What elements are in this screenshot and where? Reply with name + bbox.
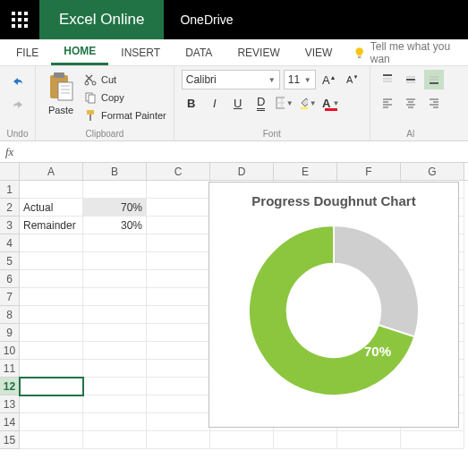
cell[interactable] (83, 234, 147, 252)
cell[interactable] (147, 288, 210, 306)
row-header[interactable]: 4 (0, 234, 20, 252)
column-header[interactable]: E (274, 163, 337, 180)
paste-button[interactable]: Paste (43, 70, 79, 123)
borders-button[interactable]: ▼ (275, 93, 294, 113)
cell[interactable] (20, 234, 83, 252)
cell[interactable] (274, 431, 337, 449)
cell[interactable] (147, 217, 210, 234)
row-header[interactable]: 15 (0, 431, 20, 449)
tab-file[interactable]: FILE (0, 39, 51, 65)
cell[interactable] (83, 413, 147, 431)
cell[interactable] (20, 288, 83, 306)
redo-button[interactable] (7, 95, 29, 115)
cell[interactable] (83, 324, 147, 342)
column-header[interactable]: B (83, 163, 147, 180)
cell[interactable] (147, 181, 210, 199)
cell[interactable] (83, 395, 147, 413)
cell[interactable] (20, 360, 83, 378)
cell[interactable] (20, 306, 83, 324)
cell[interactable] (20, 181, 83, 199)
row-header[interactable]: 13 (0, 395, 20, 413)
cell[interactable] (401, 431, 464, 449)
tab-data[interactable]: DATA (173, 39, 225, 65)
align-center-button[interactable] (401, 93, 421, 113)
cell[interactable] (20, 431, 83, 449)
cell[interactable] (337, 431, 401, 449)
font-name-select[interactable]: Calibri ▼ (182, 70, 280, 89)
format-painter-button[interactable]: Format Painter (84, 107, 166, 123)
app-launcher-button[interactable] (0, 0, 39, 39)
fill-color-button[interactable]: ▼ (298, 93, 318, 113)
cell[interactable] (83, 360, 147, 378)
cell[interactable] (83, 270, 147, 288)
column-header[interactable]: F (337, 163, 401, 180)
align-middle-button[interactable] (401, 70, 421, 89)
cell[interactable] (147, 270, 210, 288)
cell[interactable] (83, 181, 147, 199)
cell[interactable] (83, 342, 147, 360)
cell[interactable] (20, 342, 83, 360)
row-header[interactable]: 8 (0, 306, 20, 324)
cell[interactable]: Remainder (20, 217, 83, 234)
cell[interactable] (20, 324, 83, 342)
tab-home[interactable]: HOME (51, 39, 108, 65)
italic-button[interactable]: I (205, 93, 225, 113)
row-header[interactable]: 6 (0, 270, 20, 288)
chart-object[interactable]: Progress Doughnut Chart 70% (208, 182, 459, 428)
cell[interactable] (147, 342, 210, 360)
cell[interactable] (147, 360, 210, 378)
align-bottom-button[interactable] (424, 70, 444, 89)
cell[interactable] (147, 234, 210, 252)
row-header[interactable]: 11 (0, 360, 20, 378)
row-header[interactable]: 2 (0, 199, 20, 217)
cell[interactable] (20, 270, 83, 288)
tab-insert[interactable]: INSERT (108, 39, 173, 65)
font-color-button[interactable]: A ▼ (321, 93, 341, 113)
row-header[interactable]: 7 (0, 288, 20, 306)
cell[interactable] (147, 431, 210, 449)
align-left-button[interactable] (378, 93, 397, 113)
cell[interactable] (20, 413, 83, 431)
align-top-button[interactable] (378, 70, 397, 89)
cell[interactable] (83, 252, 147, 270)
column-header[interactable]: D (210, 163, 274, 180)
cell[interactable] (147, 378, 210, 395)
double-underline-button[interactable]: D (251, 93, 271, 113)
cell[interactable] (83, 306, 147, 324)
cell[interactable] (20, 395, 83, 413)
column-header[interactable]: G (401, 163, 464, 180)
cell[interactable] (210, 431, 274, 449)
cell[interactable]: Actual (20, 199, 83, 217)
cell[interactable] (147, 395, 210, 413)
tab-view[interactable]: VIEW (293, 39, 345, 65)
cell[interactable] (147, 306, 210, 324)
row-header[interactable]: 5 (0, 252, 20, 270)
underline-button[interactable]: U (228, 93, 248, 113)
cell[interactable] (20, 252, 83, 270)
column-header[interactable]: A (20, 163, 83, 180)
document-title[interactable]: OneDrive (164, 0, 249, 39)
cell[interactable] (147, 252, 210, 270)
tab-review[interactable]: REVIEW (225, 39, 292, 65)
formula-input[interactable] (19, 141, 463, 162)
row-header[interactable]: 12 (0, 378, 20, 395)
cell[interactable]: 30% (83, 217, 147, 234)
undo-button[interactable] (7, 72, 29, 91)
row-header[interactable]: 10 (0, 342, 20, 360)
cell[interactable] (83, 378, 147, 395)
copy-button[interactable]: Copy (84, 89, 166, 106)
cut-button[interactable]: Cut (84, 72, 166, 88)
cell[interactable] (83, 288, 147, 306)
shrink-font-button[interactable]: A▼ (343, 70, 362, 89)
grow-font-button[interactable]: A▲ (319, 70, 339, 89)
bold-button[interactable]: B (182, 93, 201, 113)
font-size-select[interactable]: 11 ▼ (284, 70, 316, 89)
row-header[interactable]: 1 (0, 181, 20, 199)
row-header[interactable]: 9 (0, 324, 20, 342)
cell[interactable] (20, 378, 83, 395)
select-all-corner[interactable] (0, 163, 20, 180)
cell[interactable] (83, 431, 147, 449)
row-header[interactable]: 3 (0, 217, 20, 234)
cell[interactable]: 70% (83, 199, 147, 217)
cell[interactable] (147, 199, 210, 217)
